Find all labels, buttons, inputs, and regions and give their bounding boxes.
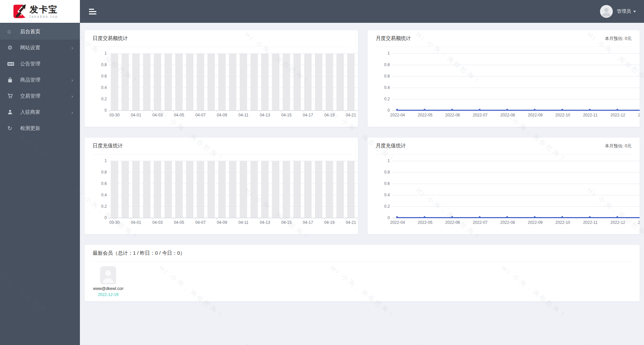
bar-background-band (347, 53, 355, 110)
bar-background-band (186, 161, 193, 218)
bar-background-band (293, 161, 301, 218)
axis-tick (109, 110, 109, 112)
x-axis-label: 2022-09 (522, 220, 549, 225)
bar-background-band (261, 53, 269, 110)
card-daily-trade: 日度交易额统计 10.80.60.40.2003-3004-0104-0304-… (85, 30, 358, 127)
axis-tick (195, 218, 195, 219)
data-point-marker (589, 216, 591, 218)
card-monthly-trade: 月度交易额统计 本月预估: 0元 10.80.60.40.202022-0420… (368, 30, 640, 127)
x-axis-label: 2022-04 (384, 113, 411, 117)
bar-background-band (197, 161, 204, 218)
chevron-right-icon: › (71, 45, 73, 51)
x-axis-label: 2022-07 (467, 113, 494, 117)
y-axis-label: 0.8 (376, 62, 390, 67)
y-axis-label: 0.2 (376, 97, 390, 101)
logo: 发卡宝 fakabao.top (0, 0, 80, 23)
sidebar-item[interactable]: 入驻商家› (0, 104, 80, 120)
bar-background-band (175, 161, 183, 218)
x-axis-label: 2022-06 (439, 220, 466, 225)
bar-background-band (165, 53, 172, 110)
bar-background-band (250, 161, 258, 218)
data-point-marker (589, 109, 591, 110)
y-axis-label: 0.8 (93, 170, 107, 175)
update-icon: ↻ (7, 125, 16, 132)
y-axis-label: 0.4 (93, 193, 107, 197)
data-line (396, 217, 640, 218)
bar-background-band (186, 53, 193, 110)
data-point-marker (424, 216, 425, 218)
x-axis-label: 2022-09 (522, 113, 549, 117)
topbar: 管理员 (80, 0, 644, 23)
x-axis-line (109, 110, 358, 111)
home-icon: ⌂ (7, 28, 16, 35)
bar-background-band (197, 53, 204, 110)
sidebar-item-label: 交易管理 (20, 93, 71, 99)
bar-background-band (218, 161, 226, 218)
axis-tick (521, 110, 522, 112)
axis-tick (577, 218, 577, 219)
axis-tick (109, 218, 109, 219)
y-axis-label: 0.2 (376, 204, 390, 209)
axis-tick (604, 110, 604, 112)
bar-background-band (218, 53, 226, 110)
member-list: www@dkewl.com 2022-12-19 (93, 262, 632, 297)
y-axis-label: 0.2 (93, 97, 107, 101)
x-axis-label: 2022-12 (604, 220, 631, 225)
bar-background-band (261, 161, 269, 218)
axis-tick (466, 218, 467, 219)
members-title: 最新会员（总计：1 / 昨日：0 / 今日：0） (93, 250, 185, 256)
y-axis-label: 0.8 (376, 170, 390, 175)
sidebar-item-label: 商品管理 (20, 77, 71, 83)
card-title: 日度交易额统计 (93, 35, 128, 42)
chevron-right-icon: › (71, 109, 73, 115)
daily-trade-chart: 10.80.60.40.2003-3004-0104-0304-0504-070… (93, 53, 350, 122)
user-dropdown[interactable]: 管理员 (600, 5, 636, 18)
axis-tick (549, 218, 549, 219)
bar-background-band (175, 53, 183, 110)
x-axis-label: 2022-08 (494, 220, 521, 225)
logo-title: 发卡宝 (30, 5, 58, 14)
axis-tick (174, 218, 174, 219)
bar-background-band (111, 161, 118, 218)
y-axis-label: 0.6 (376, 181, 390, 186)
bar-background-band (336, 161, 344, 218)
data-point-marker (451, 109, 453, 110)
card-daily-recharge: 日度充值统计 10.80.60.40.2003-3004-0104-0304-0… (85, 138, 358, 234)
sidebar-item[interactable]: ⌂后台首页 (0, 23, 80, 40)
main-content: 日度交易额统计 10.80.60.40.2003-3004-0104-0304-… (80, 23, 644, 345)
chevron-right-icon: › (71, 93, 73, 99)
y-axis-label: 0.4 (376, 85, 390, 90)
sidebar-item[interactable]: 商品管理› (0, 72, 80, 88)
bar-background-band (229, 53, 236, 110)
gear-icon: ⚙ (7, 44, 16, 51)
axis-tick (604, 218, 604, 219)
chevron-right-icon: › (71, 77, 73, 83)
bar-background-band (154, 53, 161, 110)
axis-tick (217, 218, 217, 219)
data-point-marker (506, 216, 508, 218)
sidebar-item[interactable]: ⚙网站设置› (0, 40, 80, 56)
sidebar-item[interactable]: ↻检测更新 (0, 120, 80, 136)
month-estimate: 本月预估: 0元 (605, 143, 632, 149)
axis-tick (324, 110, 324, 112)
axis-tick (411, 218, 412, 219)
y-axis-label: 0.8 (93, 62, 107, 67)
axis-tick (411, 110, 412, 112)
goods-icon (7, 77, 16, 83)
axis-tick (346, 218, 346, 219)
axis-tick (260, 110, 260, 112)
sidebar-item-label: 网站设置 (20, 45, 71, 51)
user-name: 管理员 (617, 8, 631, 14)
data-point-marker (561, 216, 563, 218)
axis-tick (174, 110, 174, 112)
member-item[interactable]: www@dkewl.com 2022-12-19 (93, 266, 124, 297)
x-axis-label: 2023-01 (632, 113, 640, 117)
sidebar-item[interactable]: 交易管理› (0, 88, 80, 104)
axis-tick (217, 110, 217, 112)
axis-tick (549, 110, 549, 112)
y-axis-label: 0.6 (93, 74, 107, 79)
sidebar-item[interactable]: NEW公告管理 (0, 56, 80, 72)
hamburger-menu-icon[interactable] (89, 9, 96, 14)
y-axis-label: 1 (376, 158, 390, 163)
axis-tick (521, 218, 522, 219)
